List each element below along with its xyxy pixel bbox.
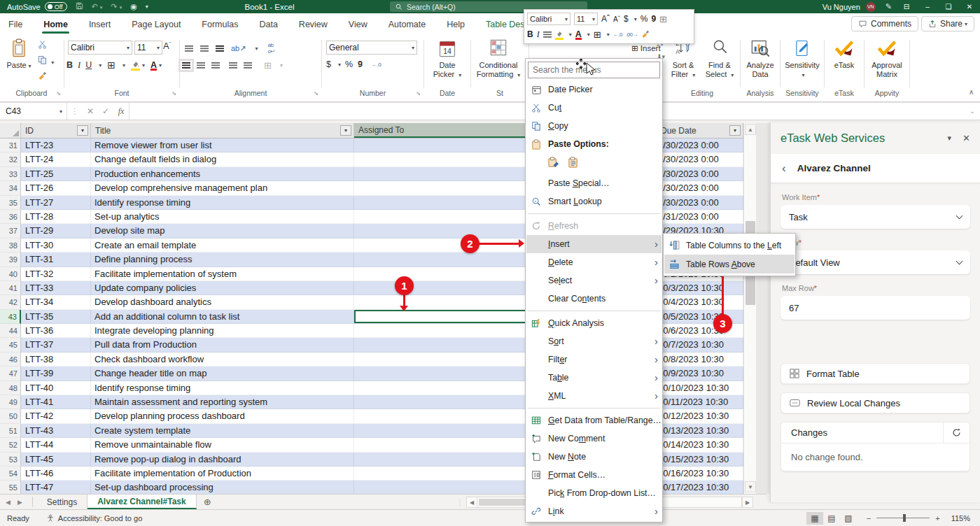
increase-decimal-icon[interactable]: ←.0	[372, 62, 381, 68]
zoom-level[interactable]: 115%	[951, 514, 970, 523]
cell-due-date[interactable]: 9/30/2023 0:00	[657, 167, 743, 181]
menu-item-copy[interactable]: Copy	[526, 117, 662, 135]
clipboard-launcher-icon[interactable]: ⇘	[56, 90, 61, 97]
underline-button[interactable]: U	[85, 60, 92, 70]
etask-button[interactable]: eTask	[827, 38, 862, 70]
tab-view[interactable]: View	[347, 17, 369, 32]
align-bottom-icon[interactable]	[216, 45, 224, 52]
cell-title[interactable]: Create an email template	[91, 239, 354, 253]
cell-due-date[interactable]: 10/17/2023 10:30	[657, 481, 743, 494]
borders-icon[interactable]: ⊞	[594, 29, 601, 40]
menu-item-select[interactable]: Select›	[526, 271, 662, 290]
redo-icon[interactable]: ↷ ▾	[111, 2, 122, 11]
collapse-ribbon-icon[interactable]: ∧	[969, 88, 974, 96]
filter-icon[interactable]: ▾	[77, 125, 88, 136]
row-number[interactable]: 44	[0, 324, 21, 338]
panel-close-icon[interactable]: ✕	[962, 133, 970, 143]
cut-icon[interactable]	[38, 40, 54, 51]
row-number[interactable]: 54	[0, 467, 21, 481]
view-page-break-icon[interactable]: ▧	[840, 512, 857, 525]
cell-title[interactable]: Remove unmaintainable flow	[91, 438, 354, 452]
tab-data[interactable]: Data	[258, 17, 279, 32]
merge-center-icon[interactable]: ⊞	[264, 60, 272, 71]
cell-due-date[interactable]: 9/30/2023 0:00	[657, 196, 743, 210]
cell-id[interactable]: LTT-34	[21, 295, 91, 309]
row-number[interactable]: 51	[0, 424, 21, 438]
menu-item-table[interactable]: Table›	[526, 369, 662, 387]
grow-font-icon[interactable]: Aˆ	[601, 14, 610, 24]
cell-id[interactable]: LTT-39	[21, 367, 91, 381]
menu-item-link[interactable]: Link›	[526, 502, 662, 520]
cell-title[interactable]: Remove pop-up dialog in dashboard	[91, 453, 354, 467]
accessibility-status[interactable]: Accessibility: Good to go	[46, 514, 142, 523]
cell-id[interactable]: LTT-43	[21, 424, 91, 438]
back-icon[interactable]: ‹	[782, 162, 786, 176]
cell-title[interactable]: Facilitate implementation of Production	[91, 467, 354, 481]
menu-item-cut[interactable]: Cut	[526, 99, 662, 117]
menu-item-delete[interactable]: Delete›	[526, 253, 662, 271]
filter-icon[interactable]: ▾	[340, 125, 351, 136]
find-select-button[interactable]: Find & Select ▾	[703, 38, 736, 80]
merge-icon[interactable]: ⊞	[659, 14, 667, 24]
autosave-toggle[interactable]: AutoSave Off	[7, 2, 67, 11]
namebox-splitter[interactable]: ⋮	[67, 103, 83, 120]
tab-insert[interactable]: Insert	[88, 17, 112, 32]
decrease-indent-icon[interactable]	[229, 62, 237, 69]
cell-title[interactable]: Develop planning process dashboard	[91, 409, 354, 423]
cell-id[interactable]: LTT-28	[21, 210, 91, 224]
minimize-button[interactable]: –	[917, 3, 938, 10]
row-number[interactable]: 42	[0, 295, 21, 309]
italic-button[interactable]: I	[537, 29, 540, 40]
expand-formula-bar-icon[interactable]: ⌄	[965, 103, 980, 120]
shrink-font-icon[interactable]: Aˇ	[613, 15, 620, 23]
cell-id[interactable]: LTT-44	[21, 438, 91, 452]
sheet-nav-left-icon[interactable]: ◀	[6, 499, 10, 506]
row-number[interactable]: 33	[0, 167, 21, 181]
cell-id[interactable]: LTT-27	[21, 196, 91, 210]
cell-due-date[interactable]: 10/3/2023 10:30	[657, 281, 743, 295]
cell-id[interactable]: LTT-45	[21, 453, 91, 467]
increase-indent-icon[interactable]	[244, 62, 252, 69]
sheet-tab-alvarez[interactable]: Alvarez Channel#Task	[88, 495, 197, 509]
cell-due-date[interactable]: 10/9/2023 10:30	[657, 367, 743, 381]
decrease-decimal-icon[interactable]: .00→	[626, 31, 638, 38]
column-header-id[interactable]: ID▾	[21, 123, 91, 138]
row-number[interactable]: 53	[0, 453, 21, 467]
cell-title[interactable]: Create system template	[91, 424, 354, 438]
cell-title[interactable]: Define planning process	[91, 253, 354, 266]
percent-icon[interactable]: %	[640, 14, 648, 24]
cell-title[interactable]: Identify response timing	[91, 196, 354, 210]
cell-due-date[interactable]: 10/12/2023 10:30	[657, 409, 743, 423]
align-icon[interactable]	[543, 31, 552, 38]
font-name-combo[interactable]: Calibri▾	[68, 41, 132, 55]
select-all-corner[interactable]	[0, 123, 21, 138]
cell-title[interactable]: Identify response timing	[91, 381, 354, 395]
cell-id[interactable]: LTT-35	[21, 310, 91, 324]
insert-function-icon[interactable]: fx	[113, 103, 129, 120]
column-header-title[interactable]: Title▾	[91, 123, 354, 138]
cell-due-date[interactable]: 10/16/2023 10:30	[657, 467, 743, 481]
analyze-data-button[interactable]: Analyze Data	[743, 38, 778, 79]
row-number[interactable]: 39	[0, 253, 21, 266]
row-number[interactable]: 43	[0, 310, 21, 324]
increase-decimal-icon[interactable]: ←.0	[613, 31, 622, 38]
cell-id[interactable]: LTT-32	[21, 267, 91, 281]
cancel-icon[interactable]: ✕	[83, 103, 98, 120]
align-left-icon[interactable]	[182, 62, 190, 69]
tab-automate[interactable]: Automate	[387, 17, 428, 32]
wrap-text-icon[interactable]: abc↩	[267, 42, 274, 55]
comments-button[interactable]: Comments	[851, 16, 918, 31]
approval-matrix-button[interactable]: Approval Matrix	[869, 38, 905, 79]
row-number[interactable]: 55	[0, 481, 21, 494]
cell-id[interactable]: LTT-24	[21, 152, 91, 166]
pen-icon[interactable]: ✎	[886, 2, 892, 11]
mini-font-combo[interactable]: Calibri▾	[527, 13, 570, 25]
cell-id[interactable]: LTT-25	[21, 167, 91, 181]
cell-title[interactable]: Maintain assessment and reporting system	[91, 395, 354, 409]
refresh-changes-button[interactable]	[943, 422, 969, 443]
menu-item-date-picker[interactable]: Date Picker	[526, 80, 662, 99]
cell-id[interactable]: LTT-40	[21, 381, 91, 395]
cell-due-date[interactable]: 10/7/2023 10:30	[657, 338, 743, 352]
menu-item-table-columns-to-the-left[interactable]: Table Columns to the Left	[664, 236, 794, 255]
cell-title[interactable]: Change default fields in dialog	[91, 152, 354, 166]
